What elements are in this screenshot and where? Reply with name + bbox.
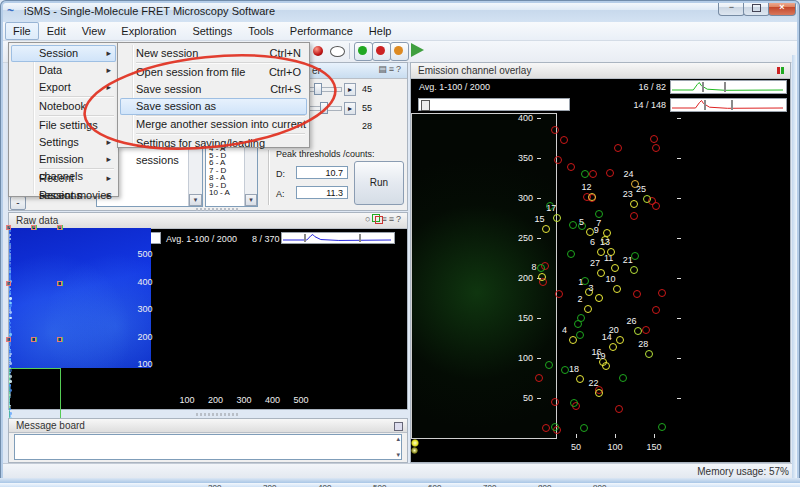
list-item[interactable]: 10 - A <box>209 189 230 197</box>
contrast-limit-bar[interactable] <box>731 100 733 110</box>
bright-spot <box>411 447 418 454</box>
contrast-limit-bar[interactable] <box>724 82 726 92</box>
circle-icon[interactable]: ○ <box>365 214 372 224</box>
roi-handle[interactable] <box>57 281 62 286</box>
d-label: D: <box>276 169 285 179</box>
menu-item-recent-movies[interactable]: Recent movies▸ <box>11 187 116 204</box>
menu-item-file-settings[interactable]: File settings <box>11 117 116 134</box>
peak-number-label: 4 <box>562 325 567 335</box>
menu-item-notebook[interactable]: Notebook <box>11 98 116 115</box>
roi-handle[interactable] <box>6 337 11 342</box>
roi-handle[interactable] <box>6 281 11 286</box>
menubar-item-performance[interactable]: Performance <box>282 22 361 40</box>
peak-circle <box>595 294 603 302</box>
contrast-limit-bar[interactable] <box>702 82 704 92</box>
menu-item-save-session[interactable]: Save sessionCtrl+S <box>120 81 307 98</box>
red-sphere-icon[interactable] <box>313 46 323 56</box>
overlay-channels-icon[interactable] <box>372 214 381 222</box>
menu-item-save-session-as[interactable]: Save session as <box>120 98 307 115</box>
scroll-down-icon[interactable]: ▾ <box>245 194 257 206</box>
splitter-grip[interactable] <box>196 413 240 416</box>
menubar-item-exploration[interactable]: Exploration <box>113 22 184 40</box>
menubar-item-view[interactable]: View <box>74 22 114 40</box>
menubar-item-help[interactable]: Help <box>361 22 400 40</box>
scroll-up-icon[interactable]: ▴ <box>396 435 400 443</box>
submenu-arrow-icon: ▸ <box>106 187 111 204</box>
emission-frame-slider[interactable] <box>418 98 570 111</box>
roi-handle[interactable] <box>31 225 36 230</box>
help-icon[interactable]: ? <box>396 214 403 224</box>
red-intensity-histogram[interactable] <box>670 98 787 112</box>
slider-thumb[interactable] <box>314 83 322 95</box>
x-tick-label: 100 <box>177 395 197 405</box>
green-circle-toggle[interactable] <box>354 42 373 61</box>
menu-icon[interactable]: ≡ <box>389 64 396 74</box>
slider-right-arrow[interactable]: ▸ <box>344 102 356 115</box>
peak-circle <box>658 423 666 431</box>
minimize-button[interactable]: − <box>718 0 745 16</box>
peak-number-label: 8 <box>531 262 536 272</box>
menu-item-export[interactable]: Export▸ <box>11 79 116 96</box>
menu-item-data[interactable]: Data▸ <box>11 62 116 79</box>
menubar-item-file[interactable]: File <box>5 22 39 40</box>
close-button[interactable]: × <box>768 0 796 16</box>
peak-number-label: 19 <box>595 351 605 361</box>
menubar-item-tools[interactable]: Tools <box>240 22 282 40</box>
roi-handle[interactable] <box>57 225 62 230</box>
y-tick <box>537 198 541 199</box>
menu-item-settings[interactable]: Settings▸ <box>11 134 116 151</box>
menubar-item-edit[interactable]: Edit <box>39 22 74 40</box>
menubar-item-settings[interactable]: Settings <box>184 22 240 40</box>
raw-data-panel: Raw data ○≡≡? Avg. 1-100 / 2000 8 / 370 … <box>8 212 408 410</box>
splitter-grip[interactable] <box>196 208 240 211</box>
y-tick <box>677 398 681 399</box>
orange-circle-toggle[interactable] <box>390 42 409 61</box>
menu-item-new-session[interactable]: New sessionCtrl+N <box>120 45 307 62</box>
help-icon[interactable]: ? <box>396 64 403 74</box>
roi-handle[interactable] <box>31 337 36 342</box>
peak-circle <box>609 343 617 351</box>
emission-axes[interactable] <box>411 113 557 439</box>
menu-item-merge-another-session-into-current[interactable]: Merge another session into current <box>120 116 307 133</box>
scroll-down-icon[interactable]: ▾ <box>396 451 400 459</box>
message-textarea[interactable]: ▴ ▾ <box>14 434 402 460</box>
red-count-label: 14 / 148 <box>633 100 666 110</box>
peak-number-label: 22 <box>588 378 598 388</box>
raw-image-plot[interactable]: 500400300200100100200300400500 <box>9 228 407 409</box>
frame-slider-thumb[interactable] <box>421 100 430 111</box>
save-icon[interactable]: ▤ <box>378 64 389 74</box>
pin-icon[interactable] <box>394 422 403 431</box>
peak-number-label: 13 <box>600 237 610 247</box>
lasso-icon[interactable] <box>330 46 345 57</box>
menu-icon[interactable]: ≡ <box>389 214 396 224</box>
menu-item-settings-for-saving/loading-sessions[interactable]: Settings for saving/loading sessions <box>120 135 307 152</box>
slider-value: 55 <box>362 103 372 113</box>
menu-item-emission-channels[interactable]: Emission channels▸ <box>11 151 116 168</box>
menu-separator <box>39 168 114 169</box>
maximize-button[interactable] <box>743 0 770 16</box>
peak-circle <box>567 163 575 171</box>
peak-circle <box>606 169 614 177</box>
peak-number-label: 15 <box>535 214 545 224</box>
menu-item-label: Session <box>39 45 78 62</box>
slider-right-arrow[interactable]: ▸ <box>344 83 356 96</box>
y-tick <box>677 318 681 319</box>
peak-finder-title-fragment: er <box>312 65 321 76</box>
peak-circle <box>595 389 603 397</box>
roi-handle[interactable] <box>6 225 11 230</box>
emission-plot[interactable]: 4003503002502001501005050100150123456789… <box>411 113 790 462</box>
menu-item-recent-sessions[interactable]: Recent sessions▸ <box>11 170 116 187</box>
green-intensity-histogram[interactable] <box>670 80 787 94</box>
menu-item-session[interactable]: Session▸ <box>11 45 116 62</box>
red-circle-toggle[interactable] <box>372 42 391 61</box>
roi-handle[interactable] <box>57 337 62 342</box>
red-green-channels-icon[interactable] <box>777 67 785 74</box>
run-button[interactable]: Run <box>354 161 404 205</box>
contrast-limit-bar[interactable] <box>704 100 706 110</box>
play-icon[interactable] <box>411 43 424 57</box>
scroll-down-icon[interactable]: ▾ <box>189 194 202 206</box>
x-tick <box>576 434 577 438</box>
slider-thumb[interactable] <box>320 102 328 114</box>
a-threshold-field[interactable]: 11.3 <box>296 186 348 199</box>
menu-item-open-session-from-file[interactable]: Open session from fileCtrl+O <box>120 64 307 81</box>
